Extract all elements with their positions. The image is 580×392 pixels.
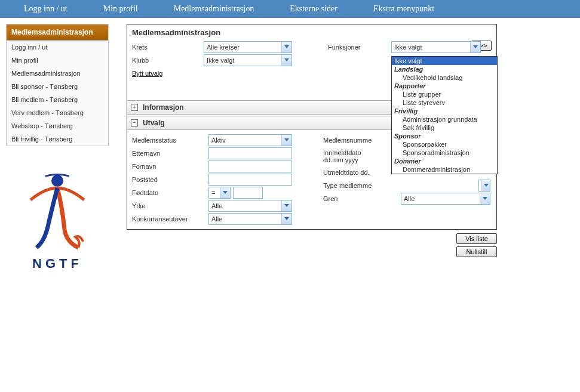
fodtdato-op-select[interactable]: = [208, 187, 231, 199]
poststed-input[interactable] [208, 174, 292, 186]
dropdown-group: Landslag [392, 65, 497, 73]
krets-label: Krets [132, 41, 204, 54]
sidebar-wrapper: Medlemsadministrasjon Logg inn / ut Min … [6, 24, 127, 271]
logo-text: NGTF [32, 256, 82, 271]
dropdown-group: Rapporter [392, 82, 497, 90]
utvalg-left: Medlemsstatus Aktiv Etternavn Fornavn [132, 134, 305, 226]
top-nav: Logg inn / ut Min profil Medlemsadminist… [0, 0, 580, 18]
sidebar-header: Medlemsadministrasjon [7, 24, 108, 41]
medlemsstatus-label: Medlemsstatus [132, 137, 208, 144]
dropdown-group: Dommer [392, 157, 497, 165]
dropdown-item[interactable]: Liste grupper [392, 90, 497, 98]
sidebar-item[interactable]: Medlemsadministrasjon [7, 67, 108, 80]
type-medlem-label: Type medlemme [323, 182, 383, 189]
chevron-down-icon [281, 214, 291, 224]
topnav-item[interactable]: Min profil [103, 4, 138, 14]
klubb-value: Ikke valgt [207, 57, 234, 64]
krets-value: Alle kretser [207, 44, 240, 51]
konkurranse-value: Alle [211, 215, 222, 223]
dropdown-item[interactable]: Sponsorpakker [392, 140, 497, 149]
fodtdato-label: Fødtdato [132, 189, 208, 196]
chevron-down-icon [480, 193, 490, 204]
nullstill-button[interactable]: Nullstill [456, 246, 497, 257]
dropdown-item[interactable]: Liste styreverv [392, 98, 497, 107]
section-title: Utvalg [143, 119, 165, 127]
fornavn-input[interactable] [208, 160, 292, 172]
medlemsstatus-value: Aktiv [211, 137, 226, 144]
svg-point-0 [51, 175, 63, 187]
chevron-down-icon [281, 200, 291, 211]
dropdown-item[interactable]: Sponsoradministrasjon [392, 149, 497, 157]
klubb-select[interactable]: Ikke valgt [204, 54, 292, 66]
panel: Medlemsadministrasjon >>> Krets Klubb By… [127, 24, 497, 230]
funksjoner-value: Ikke valgt [394, 44, 422, 51]
chevron-down-icon [220, 187, 230, 198]
type-medlem-select[interactable] [478, 180, 490, 192]
fodtdato-op: = [211, 189, 215, 196]
panel-title: Medlemsadministrasjon [127, 24, 496, 38]
vis-liste-button[interactable]: Vis liste [456, 233, 497, 244]
sidebar-item[interactable]: Logg inn / ut [7, 41, 108, 54]
funksjoner-label: Funksjoner [328, 41, 391, 54]
dropdown-item[interactable]: Vedlikehold landslag [392, 73, 497, 82]
funksjoner-dropdown: Ikke valgt Landslag Vedlikehold landslag… [391, 56, 498, 174]
dropdown-item[interactable]: Administrasjon grunndata [392, 115, 497, 124]
etternavn-label: Etternavn [132, 150, 208, 157]
sidebar: Medlemsadministrasjon Logg inn / ut Min … [6, 24, 109, 146]
logo-figure-icon [22, 170, 93, 254]
fornavn-label: Fornavn [132, 163, 208, 170]
medlemsnummer-label: Medlemsnumme [323, 137, 383, 144]
funksjoner-select[interactable]: Ikke valgt Ikke valgt Landslag Vedlikeho… [391, 41, 481, 53]
topnav-item[interactable]: Medlemsadministrasjon [174, 4, 254, 14]
dropdown-item[interactable]: Søk frivillig [392, 124, 497, 132]
bytt-utvalg-link[interactable]: Bytt utvalg [132, 70, 162, 77]
chevron-down-icon [281, 42, 291, 53]
yrke-value: Alle [211, 202, 222, 209]
chevron-down-icon [281, 135, 291, 146]
gren-value: Alle [404, 195, 415, 202]
konkurranse-select[interactable]: Alle [208, 213, 292, 225]
sidebar-item[interactable]: Bli sponsor - Tønsberg [7, 80, 108, 93]
chevron-down-icon [281, 55, 291, 66]
topnav-item[interactable]: Ekstra menypunkt [373, 4, 434, 14]
utmeldt-label: Utmeldtdato dd. [323, 169, 383, 176]
innmeldt-label: Innmeldtdato dd.mm.yyyy [323, 149, 383, 163]
expand-icon[interactable]: + [131, 104, 138, 111]
fodtdato-input[interactable] [233, 187, 263, 199]
etternavn-input[interactable] [208, 147, 292, 159]
sidebar-item[interactable]: Bli medlem - Tønsberg [7, 93, 108, 106]
topnav-item[interactable]: Eksterne sider [290, 4, 337, 14]
klubb-label: Klubb [132, 54, 204, 67]
collapse-icon[interactable]: − [131, 119, 138, 126]
topnav-item[interactable]: Logg inn / ut [24, 4, 67, 14]
dropdown-group: Sponsor [392, 132, 497, 140]
krets-select[interactable]: Alle kretser [204, 41, 292, 53]
main: Medlemsadministrasjon >>> Krets Klubb By… [127, 24, 497, 271]
logo: NGTF [6, 170, 109, 271]
poststed-label: Poststed [132, 176, 208, 183]
konkurranse-label: Konkurranseutøver [132, 215, 208, 223]
sidebar-item[interactable]: Bli frivillig - Tønsberg [7, 132, 108, 146]
chevron-down-icon [470, 42, 480, 53]
gren-label: Gren [323, 195, 383, 202]
yrke-select[interactable]: Alle [208, 200, 292, 212]
section-title: Informasjon [143, 103, 184, 112]
dropdown-group: Frivillig [392, 107, 497, 115]
yrke-label: Yrke [132, 202, 208, 209]
dropdown-selected[interactable]: Ikke valgt [392, 57, 497, 65]
sidebar-item[interactable]: Verv medlem - Tønsberg [7, 106, 108, 119]
sidebar-item[interactable]: Webshop - Tønsberg [7, 119, 108, 132]
gren-select[interactable]: Alle [401, 193, 490, 205]
medlemsstatus-select[interactable]: Aktiv [208, 134, 292, 146]
panel-top-body: >>> Krets Klubb Bytt utvalg Alle kretser [127, 38, 496, 99]
dropdown-item[interactable]: Dommeradministrasjon [392, 165, 497, 174]
sidebar-item[interactable]: Min profil [7, 54, 108, 67]
chevron-down-icon [481, 180, 490, 191]
